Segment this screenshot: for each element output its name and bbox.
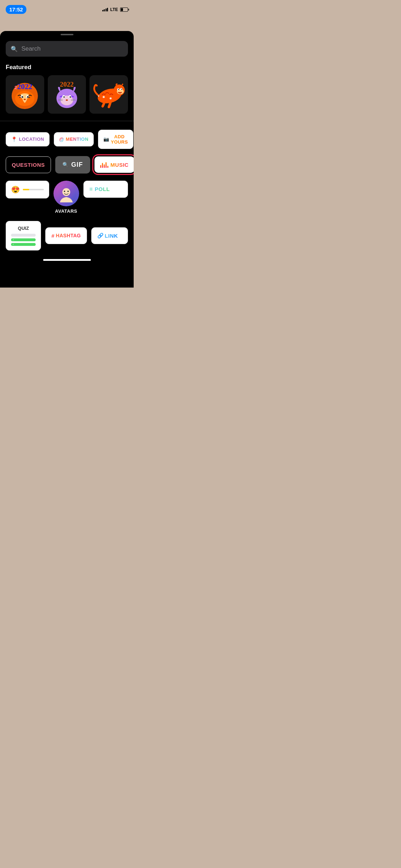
drag-handle[interactable] bbox=[61, 34, 73, 35]
svg-point-20 bbox=[109, 98, 112, 100]
hashtag-button[interactable]: # HASHTAG bbox=[45, 227, 87, 244]
carrier-label: LTE bbox=[110, 7, 118, 12]
avatar-circle bbox=[53, 181, 79, 206]
featured-label: Featured bbox=[0, 64, 134, 75]
emoji-slider-emoji: 😍 bbox=[11, 185, 20, 194]
gif-label: GIF bbox=[71, 161, 83, 169]
music-bar-2 bbox=[102, 163, 103, 168]
location-icon: 📍 bbox=[11, 136, 17, 142]
photo-area bbox=[0, 17, 134, 31]
mention-prefix: @ bbox=[59, 136, 64, 142]
status-bar: 17:52 LTE bbox=[0, 0, 134, 17]
svg-point-28 bbox=[62, 188, 70, 196]
music-bar-5 bbox=[107, 166, 108, 168]
music-bar-1 bbox=[100, 165, 101, 168]
featured-section: Featured 2022 2 bbox=[0, 64, 134, 114]
svg-point-30 bbox=[67, 191, 69, 192]
signal-bars bbox=[102, 8, 108, 11]
poll-button[interactable]: ≡ POLL bbox=[83, 181, 128, 198]
svg-text:2: 2 bbox=[15, 85, 17, 90]
quiz-option-1 bbox=[11, 234, 36, 237]
quiz-title: QUIZ bbox=[11, 226, 36, 231]
featured-row: 2022 2 bbox=[0, 75, 134, 114]
sticker-grid: 📍 LOCATION @ MENTION 📷 ADD YOURS QUESTIO… bbox=[0, 130, 134, 250]
quiz-button[interactable]: QUIZ ✓ ✓ bbox=[6, 221, 41, 250]
featured-item-2[interactable]: 2022 bbox=[48, 75, 86, 114]
music-label: MUSIC bbox=[110, 162, 129, 168]
bottom-sheet: 🔍 Search Featured 2022 2 bbox=[0, 31, 134, 288]
mention-button[interactable]: @ MENTION bbox=[54, 132, 94, 146]
svg-point-26 bbox=[121, 89, 122, 90]
slider-track bbox=[23, 189, 44, 190]
location-label: LOCATION bbox=[19, 136, 44, 142]
avatars-button[interactable]: AVATARS bbox=[53, 181, 79, 214]
music-bar-3 bbox=[104, 164, 105, 168]
questions-button[interactable]: QUESTIONS bbox=[6, 156, 51, 173]
search-placeholder: Search bbox=[21, 45, 41, 52]
home-indicator bbox=[43, 259, 91, 261]
status-time: 17:52 bbox=[6, 5, 26, 14]
signal-bar-3 bbox=[106, 9, 107, 11]
add-yours-button[interactable]: 📷 ADD YOURS bbox=[98, 130, 133, 149]
svg-point-16 bbox=[66, 99, 68, 101]
poll-icon: ≡ bbox=[89, 186, 93, 192]
svg-point-14 bbox=[63, 97, 65, 98]
poll-label: POLL bbox=[95, 186, 110, 192]
location-button[interactable]: 📍 LOCATION bbox=[6, 132, 50, 146]
status-right: LTE bbox=[102, 7, 128, 12]
avatars-label: AVATARS bbox=[55, 208, 77, 214]
svg-text:2022: 2022 bbox=[60, 81, 74, 88]
slider-fill bbox=[23, 189, 29, 190]
music-bars bbox=[100, 161, 108, 168]
hashtag-label: HASHTAG bbox=[56, 233, 81, 238]
sticker-row-3: 😍 bbox=[6, 181, 128, 214]
sticker-row-1: 📍 LOCATION @ MENTION 📷 ADD YOURS bbox=[6, 130, 128, 149]
section-divider bbox=[0, 121, 134, 121]
tiger-jumping-svg bbox=[92, 77, 126, 112]
search-icon: 🔍 bbox=[11, 46, 18, 52]
svg-point-19 bbox=[103, 96, 105, 98]
tiger-2022-svg-1: 2022 2 bbox=[7, 77, 42, 112]
avatar-svg bbox=[56, 183, 77, 204]
sticker-row-2: QUESTIONS 🔍 GIF MUSIC bbox=[6, 156, 128, 174]
hashtag-prefix: # bbox=[51, 233, 54, 239]
svg-point-7 bbox=[27, 96, 29, 98]
link-label: LINK bbox=[105, 233, 118, 239]
battery-icon bbox=[120, 7, 128, 12]
sticker-row-4: QUIZ ✓ ✓ # HASHTAG 🔗 LINK bbox=[6, 221, 128, 250]
svg-point-25 bbox=[118, 89, 119, 90]
svg-text:2022: 2022 bbox=[17, 82, 33, 91]
mention-label: MENTION bbox=[66, 136, 88, 142]
quiz-option-2: ✓ bbox=[11, 238, 36, 241]
featured-item-1[interactable]: 2022 2 bbox=[6, 75, 44, 114]
svg-point-29 bbox=[64, 191, 65, 192]
link-button[interactable]: 🔗 LINK bbox=[91, 227, 128, 244]
tiger-2022-svg-2: 2022 bbox=[50, 77, 84, 112]
addyours-label: ADD YOURS bbox=[111, 134, 128, 145]
questions-label: QUESTIONS bbox=[12, 162, 45, 168]
svg-point-8 bbox=[24, 99, 26, 100]
link-icon: 🔗 bbox=[97, 233, 103, 238]
addyours-icon: 📷 bbox=[103, 136, 109, 142]
music-bar-4 bbox=[106, 162, 107, 168]
gif-button[interactable]: 🔍 GIF bbox=[55, 156, 90, 174]
battery-fill bbox=[121, 8, 123, 11]
svg-point-6 bbox=[22, 96, 24, 98]
gif-search-icon: 🔍 bbox=[62, 162, 68, 167]
featured-item-3[interactable] bbox=[89, 75, 128, 114]
signal-bar-1 bbox=[102, 10, 103, 11]
emoji-slider-button[interactable]: 😍 bbox=[6, 181, 49, 198]
signal-bar-2 bbox=[104, 9, 105, 11]
quiz-option-3: ✓ bbox=[11, 243, 36, 246]
signal-bar-4 bbox=[107, 8, 108, 11]
music-button[interactable]: MUSIC bbox=[94, 156, 134, 173]
svg-point-15 bbox=[70, 97, 71, 98]
search-bar[interactable]: 🔍 Search bbox=[6, 41, 128, 57]
